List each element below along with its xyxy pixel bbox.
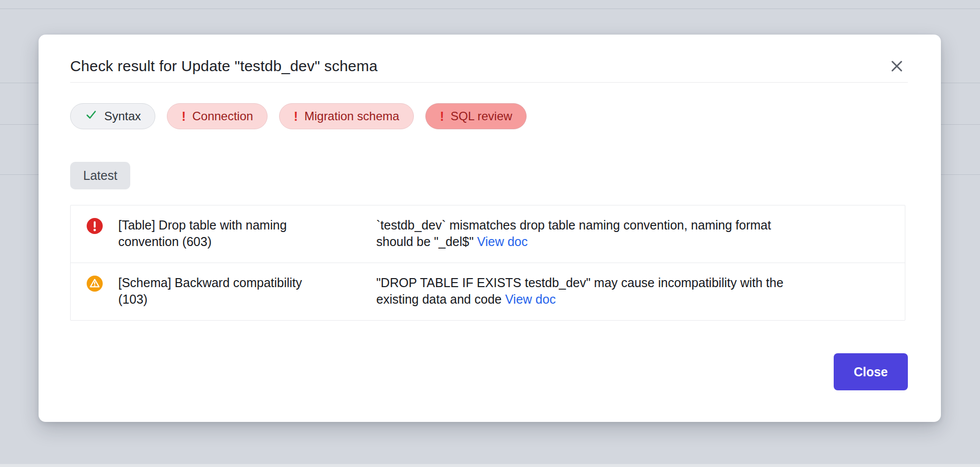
background-grid-line xyxy=(0,9,980,9)
view-doc-link[interactable]: View doc xyxy=(477,235,528,249)
rule-message: `testdb_dev` mismatches drop table namin… xyxy=(376,218,771,249)
rule-detail: `testdb_dev` mismatches drop table namin… xyxy=(376,217,830,250)
close-button[interactable]: Close xyxy=(834,353,908,390)
check-result-dialog: Check result for Update "testdb_dev" sch… xyxy=(39,35,941,422)
error-icon xyxy=(71,217,118,250)
pill-syntax[interactable]: Syntax xyxy=(70,103,155,129)
background-bottom-strip xyxy=(0,464,980,467)
dialog-footer: Close xyxy=(70,353,908,390)
pill-migration-schema[interactable]: ! Migration schema xyxy=(279,103,414,129)
rule-message: "DROP TABLE IF EXISTS testdb_dev" may ca… xyxy=(376,276,784,306)
pill-label: Migration schema xyxy=(304,109,399,123)
pill-label: SQL review xyxy=(450,109,512,123)
table-row: [Schema] Backward compatibility (103) "D… xyxy=(71,263,905,320)
table-row: [Table] Drop table with naming conventio… xyxy=(71,205,905,263)
view-doc-link[interactable]: View doc xyxy=(505,292,556,306)
rule-detail: "DROP TABLE IF EXISTS testdb_dev" may ca… xyxy=(376,275,830,308)
dialog-header: Check result for Update "testdb_dev" sch… xyxy=(70,35,908,82)
exclamation-icon: ! xyxy=(440,109,444,124)
close-icon[interactable] xyxy=(887,56,907,76)
exclamation-icon: ! xyxy=(181,109,185,124)
header-divider xyxy=(70,82,908,83)
pill-label: Connection xyxy=(192,109,253,123)
rule-name: [Table] Drop table with naming conventio… xyxy=(118,217,376,250)
check-result-table: [Table] Drop table with naming conventio… xyxy=(70,205,905,321)
rule-name: [Schema] Backward compatibility (103) xyxy=(118,275,376,308)
exclamation-icon: ! xyxy=(294,109,298,124)
warning-icon xyxy=(71,275,118,308)
check-icon xyxy=(85,108,98,124)
dialog-title: Check result for Update "testdb_dev" sch… xyxy=(70,58,378,75)
pill-connection[interactable]: ! Connection xyxy=(167,103,268,129)
pill-sql-review[interactable]: ! SQL review xyxy=(425,103,527,129)
check-status-pills: Syntax ! Connection ! Migration schema !… xyxy=(70,103,908,129)
pill-label: Syntax xyxy=(104,109,141,123)
version-badge: Latest xyxy=(70,162,130,189)
